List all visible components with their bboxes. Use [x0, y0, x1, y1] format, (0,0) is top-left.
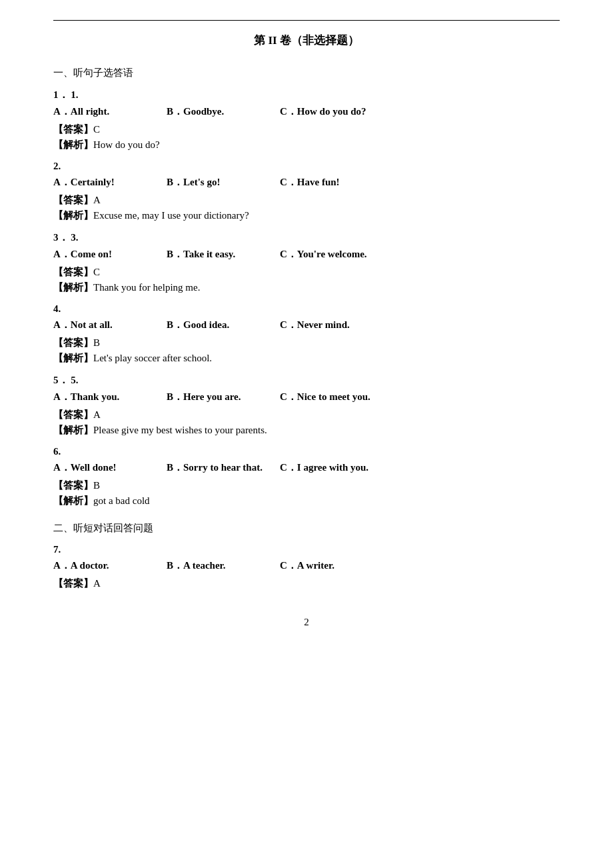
question-4-option-a: A．Not at all. [53, 319, 167, 331]
question-2-analysis: 【解析】Excuse me, may I use your dictionary… [53, 209, 560, 222]
section2-title: 二、听短对话回答问题 [53, 522, 560, 535]
question-1: 1． 1. A．All right. B．Goodbye. C．How do y… [53, 89, 560, 151]
question-2-option-b: B．Let's go! [167, 176, 280, 189]
question-2: 2. A．Certainly! B．Let's go! C．Have fun! … [53, 161, 560, 222]
question-3-number: 3． 3. [53, 231, 560, 244]
question-7-number: 7. [53, 544, 560, 555]
question-1-answer: 【答案】C [53, 123, 560, 136]
question-5-analysis: 【解析】Please give my best wishes to your p… [53, 424, 560, 437]
question-5-options: A．Thank you. B．Here you are. C．Nice to m… [53, 391, 560, 403]
question-6: 6. A．Well done! B．Sorry to hear that. C．… [53, 446, 560, 507]
question-4: 4. A．Not at all. B．Good idea. C．Never mi… [53, 303, 560, 365]
page-title: 第 II 卷（非选择题） [53, 33, 560, 48]
question-7-option-c: C．A writer. [280, 559, 413, 572]
question-7-answer: 【答案】A [53, 577, 560, 590]
question-2-answer: 【答案】A [53, 194, 560, 207]
question-5: 5． 5. A．Thank you. B．Here you are. C．Nic… [53, 374, 560, 437]
question-5-number: 5． 5. [53, 374, 560, 387]
question-2-option-c: C．Have fun! [280, 176, 413, 189]
question-3-option-a: A．Come on! [53, 248, 167, 261]
question-6-option-c: C．I agree with you. [280, 461, 413, 474]
question-7: 7. A．A doctor. B．A teacher. C．A writer. … [53, 544, 560, 590]
question-7-option-b: B．A teacher. [167, 559, 280, 572]
question-6-option-a: A．Well done! [53, 461, 167, 474]
question-5-answer: 【答案】A [53, 409, 560, 421]
question-4-option-c: C．Never mind. [280, 319, 413, 331]
question-6-analysis: 【解析】got a bad cold [53, 495, 560, 507]
question-5-option-a: A．Thank you. [53, 391, 167, 403]
question-2-options: A．Certainly! B．Let's go! C．Have fun! [53, 176, 560, 189]
question-4-options: A．Not at all. B．Good idea. C．Never mind. [53, 319, 560, 331]
page-number: 2 [53, 617, 560, 628]
question-1-analysis: 【解析】How do you do? [53, 139, 560, 151]
question-3-options: A．Come on! B．Take it easy. C．You're welc… [53, 248, 560, 261]
question-5-option-b: B．Here you are. [167, 391, 280, 403]
question-6-answer: 【答案】B [53, 479, 560, 492]
question-4-number: 4. [53, 303, 560, 315]
question-3-answer: 【答案】C [53, 266, 560, 279]
question-7-options: A．A doctor. B．A teacher. C．A writer. [53, 559, 560, 572]
question-1-option-c: C．How do you do? [280, 105, 413, 118]
section1-title: 一、听句子选答语 [53, 67, 560, 79]
question-2-number: 2. [53, 161, 560, 172]
question-5-option-c: C．Nice to meet you. [280, 391, 413, 403]
question-1-option-b: B．Goodbye. [167, 105, 280, 118]
question-4-option-b: B．Good idea. [167, 319, 280, 331]
question-3-option-c: C．You're welcome. [280, 248, 413, 261]
question-2-option-a: A．Certainly! [53, 176, 167, 189]
question-1-option-a: A．All right. [53, 105, 167, 118]
question-3-option-b: B．Take it easy. [167, 248, 280, 261]
question-6-option-b: B．Sorry to hear that. [167, 461, 280, 474]
question-1-number: 1． 1. [53, 89, 560, 101]
question-3: 3． 3. A．Come on! B．Take it easy. C．You'r… [53, 231, 560, 294]
question-6-number: 6. [53, 446, 560, 457]
question-4-answer: 【答案】B [53, 337, 560, 349]
question-7-option-a: A．A doctor. [53, 559, 167, 572]
question-6-options: A．Well done! B．Sorry to hear that. C．I a… [53, 461, 560, 474]
question-1-options: A．All right. B．Goodbye. C．How do you do? [53, 105, 560, 118]
question-4-analysis: 【解析】Let's play soccer after school. [53, 352, 560, 365]
question-3-analysis: 【解析】Thank you for helping me. [53, 281, 560, 294]
top-divider [53, 20, 560, 21]
